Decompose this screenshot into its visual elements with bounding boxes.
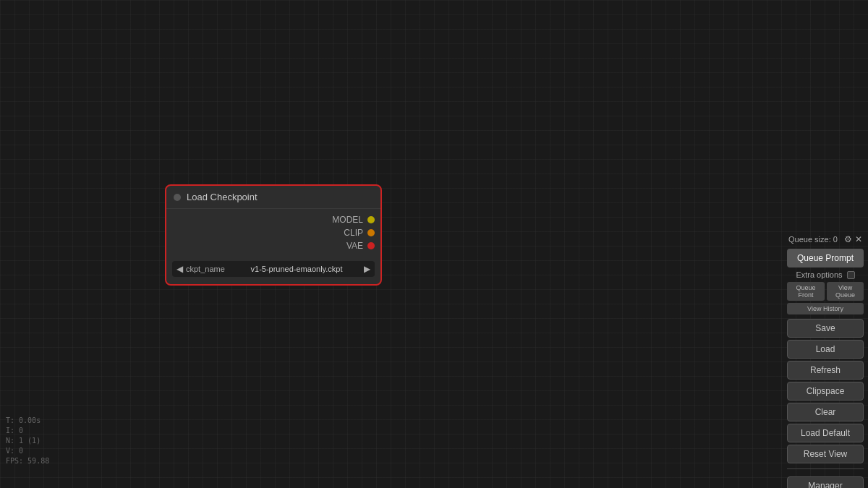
stat-t: T: 0.00s [6, 416, 49, 426]
output-dot-model[interactable] [367, 216, 375, 223]
right-panel: Queue size: 0 ⚙ ✕ Queue Prompt Extra opt… [783, 231, 868, 488]
output-row-clip: CLIP [166, 226, 380, 239]
panel-divider [787, 468, 864, 469]
queue-header: Queue size: 0 ⚙ ✕ [787, 231, 864, 247]
output-row-model: MODEL [166, 213, 380, 226]
queue-front-button[interactable]: Queue Front [787, 282, 825, 301]
stats-panel: T: 0.00s I: 0 N: 1 (1) V: 0 FPS: 59.88 [6, 416, 49, 466]
view-history-button[interactable]: View History [787, 303, 864, 314]
node-input-row: ◀ ckpt_name v1-5-pruned-emaonly.ckpt ▶ [172, 261, 375, 277]
close-icon[interactable]: ✕ [855, 234, 862, 244]
manager-button[interactable]: Manager [787, 476, 864, 488]
output-dot-vae[interactable] [367, 242, 375, 249]
reset-view-button[interactable]: Reset View [787, 445, 864, 463]
output-label-vae: VAE [346, 241, 363, 251]
queue-icons: ⚙ ✕ [844, 234, 862, 244]
output-dot-clip[interactable] [367, 229, 375, 236]
extra-options-row: Extra options [787, 270, 864, 279]
output-label-model: MODEL [332, 215, 363, 225]
stat-n: N: 1 (1) [6, 436, 49, 446]
canvas-background [0, 0, 868, 488]
extra-options-label: Extra options [796, 270, 842, 279]
view-queue-button[interactable]: View Queue [827, 282, 864, 301]
output-row-vae: VAE [166, 239, 380, 252]
input-arrow-right[interactable]: ▶ [364, 264, 370, 274]
node-outputs: MODEL CLIP VAE [166, 209, 380, 257]
save-button[interactable]: Save [787, 319, 864, 338]
load-default-button[interactable]: Load Default [787, 424, 864, 442]
load-checkpoint-node: Load Checkpoint MODEL CLIP VAE ◀ ckpt_na… [165, 184, 382, 286]
node-status-dot [174, 194, 181, 201]
queue-prompt-button[interactable]: Queue Prompt [787, 249, 864, 267]
stat-fps: FPS: 59.88 [6, 456, 49, 466]
load-button[interactable]: Load [787, 340, 864, 359]
clear-button[interactable]: Clear [787, 403, 864, 421]
refresh-button[interactable]: Refresh [787, 361, 864, 380]
output-label-clip: CLIP [344, 228, 363, 238]
input-label: ckpt_name [186, 265, 229, 273]
input-value: v1-5-pruned-emaonly.ckpt [232, 265, 361, 273]
node-header: Load Checkpoint [166, 186, 380, 209]
small-btn-row: Queue Front View Queue [787, 282, 864, 301]
queue-size-text: Queue size: 0 [788, 235, 838, 244]
input-arrow-left[interactable]: ◀ [176, 264, 183, 274]
extra-options-checkbox[interactable] [847, 271, 855, 279]
node-title: Load Checkpoint [187, 192, 258, 202]
stat-v: V: 0 [6, 446, 49, 456]
gear-icon[interactable]: ⚙ [844, 234, 852, 244]
stat-i: I: 0 [6, 426, 49, 436]
clipspace-button[interactable]: Clipspace [787, 382, 864, 401]
